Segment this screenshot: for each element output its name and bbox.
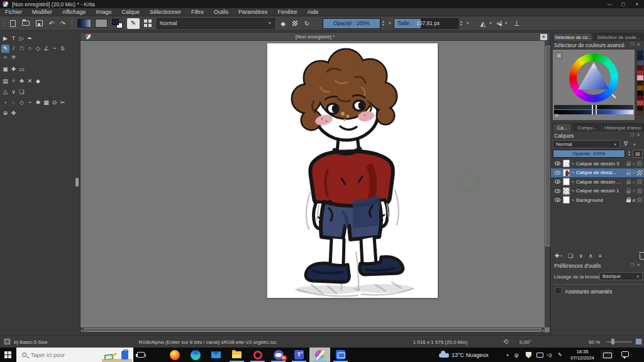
chevron-down-icon[interactable]: ▼ — [489, 21, 492, 25]
alpha-lock-icon[interactable]: α — [633, 188, 635, 194]
layer-visibility-icon[interactable] — [555, 171, 560, 175]
taskbar-search[interactable] — [16, 348, 133, 362]
cast-display-icon[interactable] — [536, 353, 543, 358]
usb-icon[interactable]: ψ — [514, 348, 518, 362]
tab-color-selector-2[interactable]: Sélecteur de coule... — [594, 33, 643, 41]
lock-icon[interactable] — [626, 190, 631, 194]
duplicate-layer-button[interactable]: ❏ — [568, 253, 573, 259]
blending-mode-select[interactable]: Normal ▼ — [157, 18, 275, 29]
taskbar-app-media[interactable] — [330, 348, 351, 362]
history-swatch[interactable] — [637, 75, 643, 80]
selector-settings-icon[interactable]: ≡ — [555, 52, 562, 59]
tab-layers[interactable]: Ca... — [553, 123, 572, 131]
tab-compositions[interactable]: Compo... — [573, 123, 601, 131]
size-slider[interactable]: Taille : 107,81 px — [394, 18, 458, 29]
weather-widget[interactable]: 13°C Nuageux — [452, 348, 489, 362]
pattern-chooser[interactable] — [95, 19, 108, 28]
move-layer-up-button[interactable]: ∧ — [589, 253, 593, 259]
chevron-down-icon[interactable]: ▼ — [633, 143, 636, 146]
mirror-vertical-icon[interactable]: ◭ — [494, 21, 502, 26]
layer-row[interactable]: ↷ Calque de dessin 3 α — [551, 159, 644, 168]
layer-visibility-icon[interactable] — [555, 162, 560, 165]
chevron-down-icon[interactable]: ▼ — [466, 21, 470, 25]
contiguous-select-tool[interactable]: ✱ — [34, 99, 42, 107]
reset-colors-icon[interactable]: ⟲ — [554, 112, 558, 118]
tray-app-icon[interactable] — [601, 350, 613, 359]
reference-images-tool[interactable]: ❏ — [18, 88, 26, 96]
eraser-mode-icon[interactable]: ◆ — [277, 20, 289, 27]
scroll-right-icon[interactable]: ▸ — [543, 328, 545, 332]
save-icon[interactable] — [36, 20, 43, 26]
history-swatch[interactable] — [637, 106, 643, 111]
smart-patch-tool[interactable]: ❖ — [18, 77, 26, 85]
color-docker-controls[interactable]: ❐✕ — [630, 42, 643, 47]
menu-affichage[interactable]: Affichage — [57, 9, 91, 15]
layers-docker-controls[interactable]: ❐✕ — [630, 133, 643, 138]
opacity-slider[interactable]: Opacité : 100% — [323, 18, 380, 29]
select-shapes-tool[interactable]: ▶ — [1, 35, 9, 43]
brush-presets-icon[interactable] — [144, 19, 152, 27]
color-history-swatches[interactable] — [637, 50, 643, 116]
inherit-alpha-icon[interactable] — [637, 197, 642, 202]
taskbar-app-firefox[interactable] — [164, 348, 185, 362]
history-swatch[interactable] — [637, 60, 643, 65]
crop-tool[interactable]: ▭ — [18, 65, 26, 74]
history-swatch[interactable] — [637, 70, 643, 75]
zoom-fit-icon[interactable] — [635, 338, 642, 345]
polyline-tool[interactable]: ∠ — [42, 45, 50, 53]
canvas-rotation-icon[interactable]: ⟲ — [503, 338, 508, 345]
horizontal-scrollbar[interactable]: ◂ ▸ — [80, 327, 545, 332]
new-document-icon[interactable] — [10, 20, 16, 27]
menu-outils[interactable]: Outils — [209, 9, 233, 15]
menu-fichier[interactable]: Fichier — [0, 9, 27, 15]
layer-name[interactable]: Calque de dessin ... — [576, 179, 626, 185]
taskbar-app-krita[interactable] — [309, 348, 330, 362]
taskbar-app-mail[interactable] — [206, 348, 226, 362]
brush-preset-icon[interactable] — [4, 338, 11, 345]
maximize-button[interactable]: ▢ — [616, 0, 630, 8]
canvas[interactable] — [267, 43, 438, 298]
ellipse-tool[interactable]: ○ — [26, 45, 34, 53]
document-close-button[interactable]: ✕ — [540, 34, 547, 40]
opacity-spinner[interactable]: ▲▼ — [382, 20, 385, 26]
lock-icon[interactable] — [626, 181, 631, 184]
menu-parametres[interactable]: Paramètres — [233, 9, 273, 15]
tab-color-selector[interactable]: Sélecteur de co... — [553, 33, 592, 41]
menu-fenetre[interactable]: Fenêtre — [273, 9, 303, 15]
vertical-scrollbar[interactable] — [545, 41, 550, 327]
scroll-left-icon[interactable]: ◂ — [80, 328, 82, 332]
zoom-slider[interactable] — [607, 341, 632, 343]
layer-opacity-slider[interactable]: Opacité: 100% — [553, 150, 625, 158]
layer-name[interactable]: Calque de dessin 3 — [576, 161, 626, 167]
security-shield-icon[interactable] — [526, 352, 531, 358]
lock-icon[interactable] — [626, 172, 631, 175]
menu-selectionner[interactable]: Sélectionner — [145, 9, 186, 15]
layer-name[interactable]: Calque de dessin 1 — [576, 188, 626, 194]
similar-select-tool[interactable]: ▦ — [42, 99, 50, 107]
taskbar-app-teams[interactable]: T — [289, 348, 309, 362]
freehand-path-tool[interactable]: S — [58, 45, 67, 53]
history-swatch[interactable] — [637, 111, 643, 116]
ellipse-select-tool[interactable]: ◌ — [9, 99, 18, 107]
inherit-alpha-icon[interactable] — [637, 170, 642, 175]
history-swatch[interactable] — [637, 55, 643, 60]
layer-properties-icon[interactable]: ▤ — [633, 150, 643, 158]
clock[interactable]: 18:35 07/12/2024 — [567, 349, 597, 361]
history-swatch[interactable] — [637, 96, 643, 101]
layer-visibility-icon[interactable] — [555, 189, 560, 193]
tool-prefs-controls[interactable]: ❐✕ — [630, 263, 643, 268]
size-spinner[interactable]: ▲▼ — [460, 20, 463, 26]
tab-undo-history[interactable]: Historique d'annu... — [602, 123, 643, 131]
start-button[interactable] — [4, 351, 11, 358]
layer-row[interactable]: ↷ Calque de dessin 1 α — [551, 187, 644, 196]
menu-calque[interactable]: Calque — [116, 9, 145, 15]
layer-properties-button[interactable]: ≡ — [599, 253, 602, 259]
search-input[interactable] — [31, 352, 94, 358]
volume-icon[interactable]: ◁) — [547, 348, 552, 362]
assistants-tool[interactable]: △ — [1, 88, 9, 96]
pan-tool[interactable]: ✥ — [9, 109, 18, 118]
layer-name[interactable]: Background — [576, 197, 626, 203]
pen-icon[interactable]: ✎ — [558, 348, 562, 362]
delete-layer-button[interactable] — [640, 254, 644, 260]
multibrush-tool[interactable]: ✳ — [9, 53, 18, 62]
